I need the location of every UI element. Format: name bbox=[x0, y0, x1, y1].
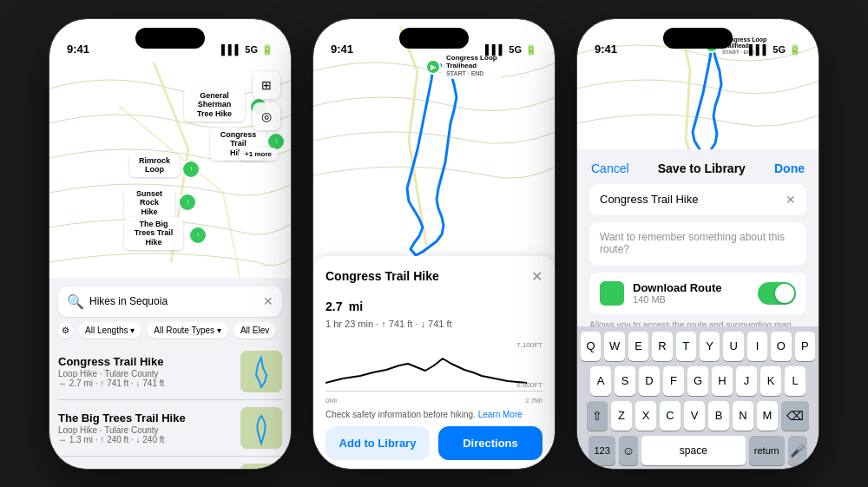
key-w[interactable]: W bbox=[604, 332, 624, 361]
key-g[interactable]: G bbox=[687, 366, 708, 396]
key-e[interactable]: E bbox=[628, 332, 648, 361]
key-n[interactable]: N bbox=[733, 401, 753, 431]
search-text: Hikes in Sequoia bbox=[89, 295, 258, 307]
detail-stats: 2.7 mi 1 hr 23 min · ↑ 741 ft · ↓ 741 ft bbox=[313, 290, 555, 336]
trail-name-input[interactable]: Congress Trail Hike ✕ bbox=[589, 184, 806, 215]
map-label-bigtrees: The Big Trees TrailHike bbox=[124, 217, 183, 250]
network-1: 5G bbox=[245, 44, 258, 55]
trail-item-1[interactable]: Congress Trail Hike Loop Hike · Tulare C… bbox=[58, 344, 282, 400]
phone1-screen: 9:41 ▌▌▌ 5G 🔋 bbox=[49, 19, 291, 469]
key-s[interactable]: S bbox=[615, 366, 635, 396]
map-label-sherman: General ShermanTree Hike bbox=[184, 89, 245, 122]
trail-item-2[interactable]: The Big Trees Trail Hike Loop Hike · Tul… bbox=[58, 400, 282, 457]
clear-input-icon[interactable]: ✕ bbox=[786, 193, 796, 207]
key-i[interactable]: I bbox=[747, 332, 767, 361]
key-b[interactable]: B bbox=[708, 401, 729, 431]
save-modal: Cancel Save to Library Done Congress Tra… bbox=[577, 149, 819, 469]
key-d[interactable]: D bbox=[639, 366, 660, 396]
key-y[interactable]: Y bbox=[700, 332, 720, 361]
network-3: 5G bbox=[773, 44, 786, 55]
signal-icon-2: ▌▌▌ bbox=[485, 44, 505, 55]
key-t[interactable]: T bbox=[676, 332, 696, 361]
done-button[interactable]: Done bbox=[774, 161, 805, 175]
cancel-button[interactable]: Cancel bbox=[591, 161, 629, 175]
key-z[interactable]: Z bbox=[611, 401, 632, 431]
learn-more-link[interactable]: Learn More bbox=[478, 410, 523, 419]
dynamic-island-2 bbox=[399, 28, 469, 49]
filter-settings[interactable]: ⚙ bbox=[58, 322, 73, 339]
key-m[interactable]: M bbox=[757, 401, 778, 431]
trail-thumb-2 bbox=[240, 407, 282, 449]
key-p[interactable]: P bbox=[795, 332, 815, 361]
key-u[interactable]: U bbox=[723, 332, 743, 361]
filter-elev[interactable]: All Elev bbox=[233, 322, 276, 339]
add-to-library-button[interactable]: Add to Library bbox=[326, 426, 430, 460]
key-k[interactable]: K bbox=[760, 366, 781, 396]
save-nav: Cancel Save to Library Done bbox=[577, 149, 819, 184]
key-j[interactable]: J bbox=[736, 366, 757, 396]
status-icons-1: ▌▌▌ 5G 🔋 bbox=[221, 44, 273, 56]
key-h[interactable]: H bbox=[712, 366, 733, 396]
keyboard: Q W E R T Y U I O P A S bbox=[577, 326, 819, 469]
key-emoji[interactable]: ☺ bbox=[619, 436, 638, 465]
key-123[interactable]: 123 bbox=[589, 436, 615, 465]
download-row: Download Route 140 MB bbox=[589, 273, 806, 314]
dynamic-island-3 bbox=[663, 28, 733, 49]
key-r[interactable]: R bbox=[652, 332, 672, 361]
key-l[interactable]: L bbox=[785, 366, 806, 396]
detail-close-btn[interactable]: ✕ bbox=[531, 268, 542, 285]
key-c[interactable]: C bbox=[660, 401, 681, 431]
filter-route[interactable]: All Route Types ▾ bbox=[147, 322, 228, 339]
key-o[interactable]: O bbox=[771, 332, 791, 361]
key-a[interactable]: A bbox=[590, 366, 611, 396]
map-pin-rimrock[interactable]: ↑ bbox=[181, 160, 201, 179]
map-btn-location[interactable]: ◎ bbox=[253, 102, 280, 130]
search-icon-1: 🔍 bbox=[67, 293, 84, 310]
directions-button[interactable]: Directions bbox=[438, 426, 542, 460]
search-panel: 🔍 Hikes in Sequoia ✕ ⚙ All Lengths ▾ All… bbox=[49, 278, 291, 469]
time-3: 9:41 bbox=[595, 43, 617, 56]
trail-thumb-3 bbox=[240, 464, 282, 469]
key-v[interactable]: V bbox=[684, 401, 705, 431]
filter-length[interactable]: All Lengths ▾ bbox=[78, 322, 141, 339]
map-pin-bigtrees[interactable]: ↑ bbox=[188, 226, 207, 245]
detail-time: 1 hr 23 min · ↑ 741 ft · ↓ 741 ft bbox=[326, 319, 542, 329]
key-backspace[interactable]: ⌫ bbox=[781, 401, 809, 431]
download-icon bbox=[600, 281, 624, 306]
key-shift[interactable]: ⇧ bbox=[587, 401, 608, 431]
key-f[interactable]: F bbox=[663, 366, 684, 396]
trail-item-3[interactable]: Crescent Meadow Hike bbox=[58, 457, 282, 469]
key-x[interactable]: X bbox=[635, 401, 656, 431]
key-return[interactable]: return bbox=[749, 436, 785, 465]
toggle-knob bbox=[775, 284, 794, 303]
phone-detail: 9:41 ▌▌▌ 5G 🔋 bbox=[312, 18, 556, 470]
trail-list: Congress Trail Hike Loop Hike · Tulare C… bbox=[49, 344, 291, 469]
battery-icon-3: 🔋 bbox=[789, 44, 801, 56]
trail-thumb-1 bbox=[240, 351, 282, 392]
detail-distance: 2.7 mi bbox=[326, 290, 542, 317]
search-bar[interactable]: 🔍 Hikes in Sequoia ✕ bbox=[58, 286, 282, 317]
network-2: 5G bbox=[509, 44, 522, 55]
trail-sub-2: Loop Hike · Tulare County ↔ 1.3 mi · ↑ 2… bbox=[58, 425, 240, 444]
key-q[interactable]: Q bbox=[581, 332, 601, 361]
time-1: 9:41 bbox=[67, 43, 89, 56]
battery-icon-1: 🔋 bbox=[261, 44, 273, 56]
trail-info-2: The Big Trees Trail Hike Loop Hike · Tul… bbox=[58, 411, 240, 444]
detail-title: Congress Trail Hike bbox=[326, 269, 439, 283]
notes-input[interactable]: Want to remember something about this ro… bbox=[589, 222, 806, 266]
map-label-rimrock: Rimrock Loop bbox=[129, 154, 180, 178]
safety-note: Check safety information before hiking. … bbox=[313, 408, 555, 426]
key-space[interactable]: space bbox=[641, 436, 746, 465]
kb-row-3: ⇧ Z X C V B N M ⌫ bbox=[581, 401, 815, 431]
map-pin-sunset[interactable]: ↑ bbox=[178, 193, 197, 212]
map-btn-layers[interactable]: ⊞ bbox=[253, 71, 280, 99]
elevation-svg bbox=[326, 339, 527, 392]
download-toggle[interactable] bbox=[758, 282, 796, 305]
phones-container: 9:41 ▌▌▌ 5G 🔋 bbox=[31, 1, 837, 487]
key-mic[interactable]: 🎤 bbox=[788, 436, 807, 465]
phone-search: 9:41 ▌▌▌ 5G 🔋 bbox=[49, 18, 292, 470]
status-icons-3: ▌▌▌ 5G 🔋 bbox=[749, 44, 801, 56]
search-clear[interactable]: ✕ bbox=[263, 294, 273, 308]
detail-header: Congress Trail Hike ✕ bbox=[313, 256, 555, 290]
map-label-more: +1 more bbox=[239, 148, 278, 161]
